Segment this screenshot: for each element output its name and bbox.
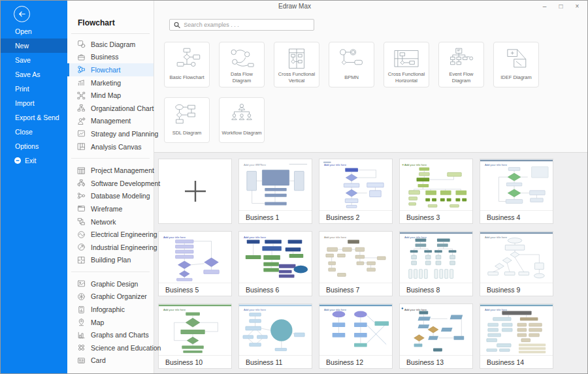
example-card-business-8[interactable]: Add your title hereBusiness 8 bbox=[399, 231, 473, 296]
category-item-science-and-education[interactable]: Science and Education bbox=[67, 341, 154, 354]
sidebar-item-close[interactable]: Close bbox=[1, 125, 67, 139]
category-item-analysis-canvas[interactable]: Analysis Canvas bbox=[67, 140, 154, 153]
cross-functional-horizontal-icon bbox=[391, 46, 421, 70]
example-card-business-3[interactable]: Add your title here+Business 3 bbox=[399, 159, 473, 224]
search-input[interactable] bbox=[184, 22, 310, 28]
example-label: Business 8 bbox=[400, 283, 472, 296]
category-item-graphs-and-charts[interactable]: Graphs and Charts bbox=[67, 328, 154, 341]
sidebar-item-export-send[interactable]: Export & Send bbox=[1, 110, 67, 125]
example-thumbnail: Add your title here+ bbox=[400, 159, 472, 210]
category-item-marketing[interactable]: Marketing bbox=[67, 76, 154, 89]
idef-diagram-icon bbox=[501, 46, 531, 70]
category-item-label: Basic Diagram bbox=[91, 40, 135, 48]
sidebar-item-open[interactable]: Open bbox=[1, 24, 67, 39]
category-item-business[interactable]: Business bbox=[67, 51, 154, 64]
infographic-icon bbox=[77, 305, 86, 314]
category-item-mind-map[interactable]: Mind Map bbox=[67, 89, 154, 102]
category-item-industrial-engineering[interactable]: Industrial Engineering bbox=[67, 241, 154, 254]
sidebar-item-save-as[interactable]: Save As bbox=[1, 67, 67, 82]
basic-diagram-icon bbox=[77, 40, 86, 48]
example-card-business-13[interactable]: Add your title hereBusiness 13 bbox=[399, 304, 473, 369]
template-type-workflow-diagram[interactable]: Workflow Diagram bbox=[219, 97, 265, 143]
sidebar-item-new[interactable]: New bbox=[1, 39, 67, 53]
category-item-flowchart[interactable]: Flowchart bbox=[67, 63, 154, 76]
example-card-business-9[interactable]: Add your title hereBusiness 9 bbox=[480, 231, 553, 296]
category-item-basic-diagram[interactable]: Basic Diagram bbox=[67, 38, 154, 51]
maximize-button[interactable]: □ bbox=[553, 1, 569, 12]
category-item-graphic-organizer[interactable]: Graphic Organizer bbox=[67, 290, 154, 304]
template-type-cross-functional-horizontal[interactable]: Cross Functional Horizontal bbox=[384, 42, 429, 87]
category-item-building-plan[interactable]: Building Plan bbox=[67, 254, 154, 267]
sidebar-item-save[interactable]: Save bbox=[1, 53, 67, 67]
window-titlebar: Edraw Max – □ × bbox=[67, 1, 587, 12]
category-item-label: Strategy and Planning bbox=[91, 130, 158, 138]
template-type-idef-diagram[interactable]: IDEF Diagram bbox=[493, 42, 539, 87]
category-item-organizational-chart[interactable]: Organizational Chart bbox=[67, 102, 154, 115]
sidebar-item-exit[interactable]: Exit bbox=[1, 153, 67, 168]
category-item-wireframe[interactable]: Wireframe bbox=[67, 202, 154, 215]
category-group-divider bbox=[71, 158, 150, 159]
category-item-graphic-design[interactable]: Graphic Design bbox=[67, 277, 154, 290]
category-item-label: Analysis Canvas bbox=[91, 143, 142, 151]
example-thumbnail: Add your title here bbox=[400, 304, 472, 355]
example-card-business-6[interactable]: Add your title hereBusiness 6 bbox=[238, 231, 312, 296]
category-item-network[interactable]: Network bbox=[67, 215, 154, 228]
template-type-basic-flowchart[interactable]: Basic Flowchart bbox=[164, 42, 210, 87]
category-item-electrical-engineering[interactable]: Electrical Engineering bbox=[67, 228, 154, 241]
example-card-business-10[interactable]: Add your title hereBusiness 10 bbox=[158, 304, 232, 369]
category-item-database-modeling[interactable]: Database Modeling bbox=[67, 190, 154, 203]
new-blank-diagram-card[interactable] bbox=[158, 159, 232, 224]
svg-text:Add your title here: Add your title here bbox=[244, 308, 267, 311]
example-card-business-1[interactable]: Add your title hereBusiness 1 bbox=[238, 159, 312, 224]
minimize-button[interactable]: – bbox=[536, 1, 553, 12]
event-flow-diagram-icon bbox=[446, 46, 476, 70]
example-card-business-2[interactable]: Add your title hereBusiness 2 bbox=[319, 159, 393, 224]
example-label: Business 1 bbox=[239, 210, 312, 223]
category-item-label: Graphic Organizer bbox=[91, 292, 147, 300]
strategy-and-planning-icon bbox=[77, 129, 86, 138]
industrial-engineering-icon bbox=[77, 243, 86, 251]
close-button[interactable]: × bbox=[569, 1, 585, 12]
example-card-business-5[interactable]: Add your title hereBusiness 5 bbox=[158, 231, 232, 296]
example-thumbnail: Add your title here bbox=[239, 232, 312, 283]
sidebar-item-print[interactable]: Print bbox=[1, 82, 67, 96]
business-icon bbox=[77, 53, 86, 61]
back-button[interactable] bbox=[14, 6, 30, 22]
template-type-sdl-diagram[interactable]: SDL Diagram bbox=[164, 97, 210, 143]
category-item-label: Business bbox=[91, 53, 119, 61]
management-icon bbox=[77, 117, 86, 125]
sidebar-item-label: Exit bbox=[25, 153, 37, 168]
example-label: Business 6 bbox=[239, 283, 312, 296]
category-item-infographic[interactable]: Infographic bbox=[67, 303, 154, 316]
template-type-event-flow-diagram[interactable]: Event Flow Diagram bbox=[438, 42, 484, 87]
sidebar-item-import[interactable]: Import bbox=[1, 96, 67, 110]
example-thumbnail: Add your title here bbox=[480, 232, 553, 283]
science-and-education-icon bbox=[77, 343, 86, 352]
examples-grid: Add your title hereBusiness 1Add your ti… bbox=[158, 159, 587, 369]
card-icon bbox=[77, 356, 86, 365]
category-item-project-management[interactable]: Project Management bbox=[67, 164, 154, 177]
category-item-strategy-and-planning[interactable]: Strategy and Planning bbox=[67, 127, 154, 140]
template-type-bpmn[interactable]: BPMN bbox=[329, 42, 374, 87]
template-type-cross-functional-vertical[interactable]: Cross Functional Vertical bbox=[274, 42, 319, 87]
example-card-business-12[interactable]: Add your title hereBusiness 12 bbox=[319, 304, 393, 369]
example-card-business-14[interactable]: Add your title hereBusiness 14 bbox=[480, 304, 553, 369]
example-thumbnail: Add your title here bbox=[239, 304, 312, 355]
svg-text:Add your title here: Add your title here bbox=[404, 236, 427, 239]
example-label: Business 4 bbox=[480, 210, 553, 223]
flowchart-icon bbox=[77, 65, 86, 74]
edraw-max-window: OpenNewSaveSave AsPrintImportExport & Se… bbox=[0, 0, 588, 374]
electrical-engineering-icon bbox=[77, 230, 86, 239]
example-thumbnail: Add your title here bbox=[319, 304, 392, 355]
example-card-business-7[interactable]: Add your title hereBusiness 7 bbox=[319, 231, 393, 296]
template-type-data-flow-diagram[interactable]: Data Flow Diagram bbox=[219, 42, 265, 87]
category-item-card[interactable]: Card bbox=[67, 354, 154, 367]
example-label: Business 5 bbox=[159, 283, 231, 296]
template-type-label: Workflow Diagram bbox=[220, 125, 263, 142]
example-card-business-4[interactable]: Add your title hereBusiness 4 bbox=[480, 159, 553, 224]
category-item-software-development[interactable]: Software Development bbox=[67, 177, 154, 190]
category-item-management[interactable]: Management bbox=[67, 115, 154, 128]
category-item-map[interactable]: Map bbox=[67, 316, 154, 329]
sidebar-item-options[interactable]: Options bbox=[1, 139, 67, 153]
example-card-business-11[interactable]: Add your title hereBusiness 11 bbox=[238, 304, 312, 369]
